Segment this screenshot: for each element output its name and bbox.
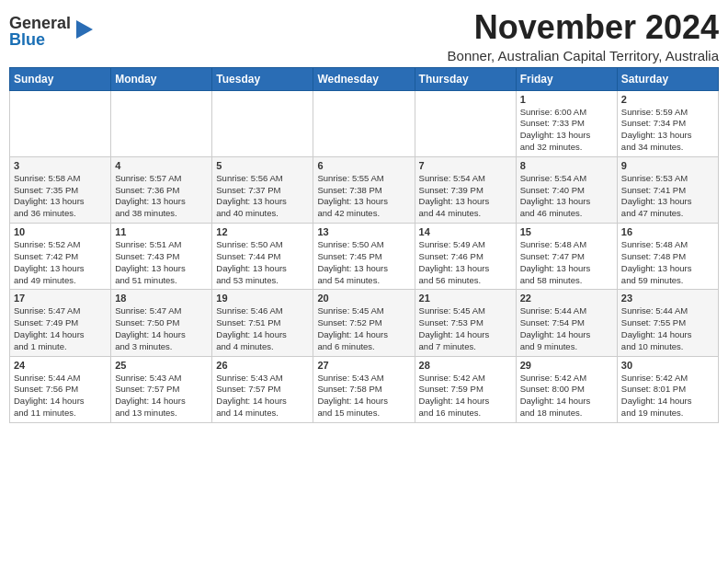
calendar-cell xyxy=(10,90,111,156)
calendar-cell: 8Sunrise: 5:54 AM Sunset: 7:40 PM Daylig… xyxy=(516,156,617,223)
calendar-cell: 1Sunrise: 6:00 AM Sunset: 7:33 PM Daylig… xyxy=(516,90,617,156)
calendar-cell: 17Sunrise: 5:47 AM Sunset: 7:49 PM Dayli… xyxy=(10,290,111,356)
weekday-header-tuesday: Tuesday xyxy=(212,67,313,90)
day-info: Sunrise: 5:44 AM Sunset: 7:55 PM Dayligh… xyxy=(621,305,714,352)
calendar-cell: 6Sunrise: 5:55 AM Sunset: 7:38 PM Daylig… xyxy=(313,156,415,223)
week-row-5: 24Sunrise: 5:44 AM Sunset: 7:56 PM Dayli… xyxy=(10,356,719,422)
day-info: Sunrise: 5:42 AM Sunset: 7:59 PM Dayligh… xyxy=(419,373,512,419)
logo: General Blue xyxy=(9,9,95,48)
day-info: Sunrise: 5:46 AM Sunset: 7:51 PM Dayligh… xyxy=(216,305,309,352)
calendar-cell: 12Sunrise: 5:50 AM Sunset: 7:44 PM Dayli… xyxy=(212,224,313,290)
calendar-cell: 9Sunrise: 5:53 AM Sunset: 7:41 PM Daylig… xyxy=(617,156,718,223)
weekday-header-monday: Monday xyxy=(111,67,212,90)
day-number: 3 xyxy=(14,160,107,171)
calendar-cell: 28Sunrise: 5:42 AM Sunset: 7:59 PM Dayli… xyxy=(415,356,516,422)
logo-icon xyxy=(74,17,95,42)
day-number: 13 xyxy=(317,226,410,237)
calendar-cell: 4Sunrise: 5:57 AM Sunset: 7:36 PM Daylig… xyxy=(111,156,212,223)
page-header: General Blue November 2024 Bonner, Austr… xyxy=(9,9,719,63)
week-row-4: 17Sunrise: 5:47 AM Sunset: 7:49 PM Dayli… xyxy=(10,290,719,356)
day-number: 12 xyxy=(216,226,309,237)
day-number: 8 xyxy=(520,160,613,171)
day-info: Sunrise: 5:43 AM Sunset: 7:57 PM Dayligh… xyxy=(216,373,309,419)
weekday-header-saturday: Saturday xyxy=(617,67,718,90)
calendar-cell xyxy=(212,90,313,156)
day-info: Sunrise: 5:56 AM Sunset: 7:37 PM Dayligh… xyxy=(216,173,309,220)
day-info: Sunrise: 5:58 AM Sunset: 7:35 PM Dayligh… xyxy=(14,173,107,220)
calendar-cell xyxy=(313,90,415,156)
day-number: 10 xyxy=(14,226,107,237)
day-number: 25 xyxy=(115,360,208,371)
calendar-cell: 29Sunrise: 5:42 AM Sunset: 8:00 PM Dayli… xyxy=(516,356,617,422)
svg-marker-0 xyxy=(76,20,93,39)
day-number: 18 xyxy=(115,293,208,304)
calendar-cell: 2Sunrise: 5:59 AM Sunset: 7:34 PM Daylig… xyxy=(617,90,718,156)
calendar-cell: 10Sunrise: 5:52 AM Sunset: 7:42 PM Dayli… xyxy=(10,224,111,290)
calendar-cell: 27Sunrise: 5:43 AM Sunset: 7:58 PM Dayli… xyxy=(313,356,415,422)
day-number: 2 xyxy=(621,94,714,105)
calendar-cell: 26Sunrise: 5:43 AM Sunset: 7:57 PM Dayli… xyxy=(212,356,313,422)
day-info: Sunrise: 5:47 AM Sunset: 7:50 PM Dayligh… xyxy=(115,305,208,352)
day-number: 19 xyxy=(216,293,309,304)
day-info: Sunrise: 5:54 AM Sunset: 7:39 PM Dayligh… xyxy=(419,173,512,220)
calendar-cell: 13Sunrise: 5:50 AM Sunset: 7:45 PM Dayli… xyxy=(313,224,415,290)
logo-blue-text: Blue xyxy=(9,31,71,48)
day-info: Sunrise: 5:50 AM Sunset: 7:45 PM Dayligh… xyxy=(317,239,410,286)
day-number: 15 xyxy=(520,226,613,237)
day-info: Sunrise: 5:55 AM Sunset: 7:38 PM Dayligh… xyxy=(317,173,410,220)
day-number: 7 xyxy=(419,160,512,171)
calendar-cell xyxy=(415,90,516,156)
day-info: Sunrise: 5:49 AM Sunset: 7:46 PM Dayligh… xyxy=(419,239,512,286)
day-info: Sunrise: 5:42 AM Sunset: 8:00 PM Dayligh… xyxy=(520,373,613,419)
day-info: Sunrise: 5:44 AM Sunset: 7:56 PM Dayligh… xyxy=(14,373,107,419)
title-block: November 2024 Bonner, Australian Capital… xyxy=(448,9,719,63)
day-number: 29 xyxy=(520,360,613,371)
day-number: 9 xyxy=(621,160,714,171)
calendar-cell: 30Sunrise: 5:42 AM Sunset: 8:01 PM Dayli… xyxy=(617,356,718,422)
day-info: Sunrise: 5:52 AM Sunset: 7:42 PM Dayligh… xyxy=(14,239,107,286)
day-number: 27 xyxy=(317,360,410,371)
calendar-cell: 3Sunrise: 5:58 AM Sunset: 7:35 PM Daylig… xyxy=(10,156,111,223)
day-number: 24 xyxy=(14,360,107,371)
day-info: Sunrise: 5:59 AM Sunset: 7:34 PM Dayligh… xyxy=(621,107,714,154)
day-number: 11 xyxy=(115,226,208,237)
calendar-cell: 21Sunrise: 5:45 AM Sunset: 7:53 PM Dayli… xyxy=(415,290,516,356)
day-info: Sunrise: 5:57 AM Sunset: 7:36 PM Dayligh… xyxy=(115,173,208,220)
day-info: Sunrise: 5:45 AM Sunset: 7:53 PM Dayligh… xyxy=(419,305,512,352)
month-title: November 2024 xyxy=(448,9,719,46)
day-number: 26 xyxy=(216,360,309,371)
day-number: 30 xyxy=(621,360,714,371)
day-info: Sunrise: 5:48 AM Sunset: 7:47 PM Dayligh… xyxy=(520,239,613,286)
day-number: 21 xyxy=(419,293,512,304)
calendar-cell: 23Sunrise: 5:44 AM Sunset: 7:55 PM Dayli… xyxy=(617,290,718,356)
calendar-cell: 15Sunrise: 5:48 AM Sunset: 7:47 PM Dayli… xyxy=(516,224,617,290)
day-info: Sunrise: 5:47 AM Sunset: 7:49 PM Dayligh… xyxy=(14,305,107,352)
calendar-cell xyxy=(111,90,212,156)
week-row-2: 3Sunrise: 5:58 AM Sunset: 7:35 PM Daylig… xyxy=(10,156,719,223)
calendar-cell: 11Sunrise: 5:51 AM Sunset: 7:43 PM Dayli… xyxy=(111,224,212,290)
calendar-cell: 24Sunrise: 5:44 AM Sunset: 7:56 PM Dayli… xyxy=(10,356,111,422)
week-row-3: 10Sunrise: 5:52 AM Sunset: 7:42 PM Dayli… xyxy=(10,224,719,290)
day-info: Sunrise: 5:51 AM Sunset: 7:43 PM Dayligh… xyxy=(115,239,208,286)
calendar-cell: 25Sunrise: 5:43 AM Sunset: 7:57 PM Dayli… xyxy=(111,356,212,422)
logo-general-text: General xyxy=(9,15,71,31)
calendar-cell: 20Sunrise: 5:45 AM Sunset: 7:52 PM Dayli… xyxy=(313,290,415,356)
calendar-cell: 5Sunrise: 5:56 AM Sunset: 7:37 PM Daylig… xyxy=(212,156,313,223)
day-info: Sunrise: 5:53 AM Sunset: 7:41 PM Dayligh… xyxy=(621,173,714,220)
day-info: Sunrise: 6:00 AM Sunset: 7:33 PM Dayligh… xyxy=(520,107,613,154)
day-info: Sunrise: 5:44 AM Sunset: 7:54 PM Dayligh… xyxy=(520,305,613,352)
week-row-1: 1Sunrise: 6:00 AM Sunset: 7:33 PM Daylig… xyxy=(10,90,719,156)
weekday-header-thursday: Thursday xyxy=(415,67,516,90)
weekday-header-wednesday: Wednesday xyxy=(313,67,415,90)
day-number: 4 xyxy=(115,160,208,171)
day-number: 6 xyxy=(317,160,410,171)
calendar-table: SundayMondayTuesdayWednesdayThursdayFrid… xyxy=(9,67,719,423)
day-info: Sunrise: 5:50 AM Sunset: 7:44 PM Dayligh… xyxy=(216,239,309,286)
day-number: 20 xyxy=(317,293,410,304)
day-info: Sunrise: 5:43 AM Sunset: 7:57 PM Dayligh… xyxy=(115,373,208,419)
calendar-cell: 22Sunrise: 5:44 AM Sunset: 7:54 PM Dayli… xyxy=(516,290,617,356)
day-number: 14 xyxy=(419,226,512,237)
day-number: 16 xyxy=(621,226,714,237)
calendar-cell: 19Sunrise: 5:46 AM Sunset: 7:51 PM Dayli… xyxy=(212,290,313,356)
day-number: 28 xyxy=(419,360,512,371)
